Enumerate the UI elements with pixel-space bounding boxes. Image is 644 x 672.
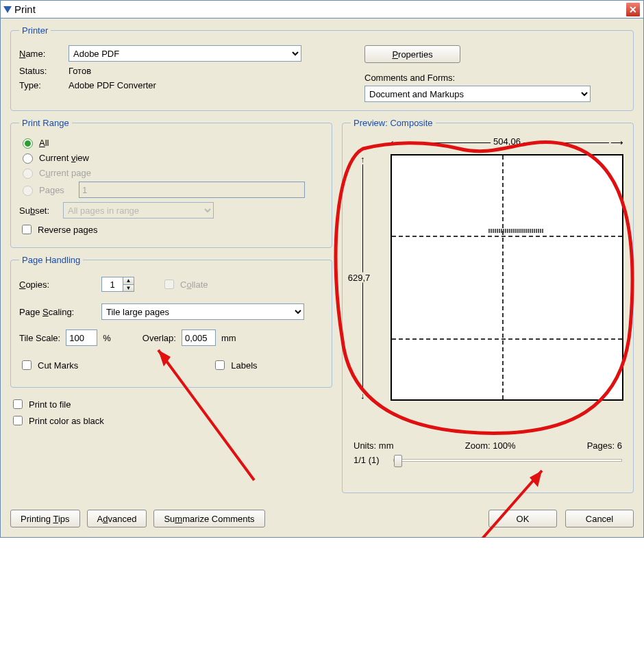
labels-checkbox[interactable] — [215, 360, 225, 370]
units-text: Units: mm — [354, 440, 394, 451]
print-range-group: Print Range All Current view Current pag… — [10, 118, 332, 248]
collate-label: Collate — [180, 279, 208, 290]
arrow-down-icon: ↓ — [360, 390, 365, 401]
advanced-button[interactable]: Advanced — [87, 510, 147, 527]
subset-select: All pages in range — [63, 202, 214, 219]
printer-name-select[interactable]: Adobe PDF — [69, 45, 301, 62]
pages-text: Pages: 6 — [587, 440, 622, 451]
reverse-pages-checkbox[interactable] — [22, 225, 32, 234]
ok-button[interactable]: OK — [488, 510, 557, 527]
copies-label: Copies: — [19, 279, 101, 290]
comments-select[interactable]: Document and Markups — [364, 86, 591, 102]
preview-canvas — [391, 154, 623, 401]
arrow-up-icon: ↑ — [360, 154, 365, 164]
arrow-right-icon: ⟶ — [610, 138, 623, 148]
printer-legend: Printer — [19, 25, 51, 36]
preview-area: ⟵ 504,06 ⟶ ↑ 629,7 ↓ — [351, 134, 625, 435]
name-label: Name: — [19, 49, 69, 59]
dim-width: 504,06 — [491, 136, 523, 147]
range-currentpage-radio — [23, 169, 33, 179]
range-currentpage-label: Current page — [39, 168, 91, 178]
page-handling-group: Page Handling Copies: ▲ ▼ — [10, 255, 332, 388]
dialog-title: Print — [14, 3, 36, 15]
copies-spinner[interactable]: ▲ ▼ — [101, 277, 134, 292]
nav-text: 1/1 (1) — [354, 455, 380, 465]
status-value: Готов — [69, 66, 91, 76]
tilescale-unit: % — [103, 333, 111, 343]
range-currentview-radio[interactable] — [23, 153, 33, 164]
cancel-button[interactable]: Cancel — [565, 510, 634, 527]
preview-legend: Preview: Composite — [351, 118, 436, 128]
overlap-unit: mm — [221, 333, 236, 343]
overlap-input[interactable] — [182, 329, 216, 346]
pin-icon — [3, 6, 12, 13]
cutmarks-label: Cut Marks — [38, 360, 78, 371]
copies-down[interactable]: ▼ — [123, 285, 134, 292]
collate-checkbox — [164, 279, 174, 289]
printer-group: Printer Name: Adobe PDF Status: Готов Ty — [10, 25, 634, 111]
reverse-pages-label: Reverse pages — [38, 225, 97, 235]
print-dialog: Print ✕ Printer Name: Adobe PDF Status: … — [0, 0, 644, 538]
subset-label: Subset: — [19, 206, 63, 216]
range-pages-label: Pages — [39, 185, 75, 195]
range-currentview-label: Current view — [39, 153, 89, 163]
type-label: Type: — [19, 80, 69, 90]
copies-up[interactable]: ▲ — [123, 277, 134, 285]
print-to-file-checkbox[interactable] — [13, 399, 23, 409]
range-all-radio[interactable] — [23, 138, 33, 149]
overlap-label: Overlap: — [143, 333, 176, 343]
preview-group: Preview: Composite ⟵ 504,06 ⟶ ↑ — [342, 118, 634, 493]
type-value: Adobe PDF Converter — [69, 80, 156, 90]
print-black-checkbox[interactable] — [13, 416, 23, 425]
range-legend: Print Range — [19, 118, 72, 128]
properties-button[interactable]: Properties — [364, 45, 460, 63]
status-label: Status: — [19, 66, 69, 76]
scaling-select[interactable]: Tile large pages — [101, 303, 304, 320]
summarize-button[interactable]: Summarize Comments — [153, 510, 264, 527]
print-black-label: Print color as black — [29, 416, 104, 426]
tilescale-input[interactable] — [66, 329, 97, 346]
titlebar: Print ✕ — [1, 1, 643, 18]
zoom-text: Zoom: 100% — [465, 440, 516, 451]
preview-slider[interactable] — [393, 459, 622, 462]
scaling-label: Page Scaling: — [19, 307, 101, 317]
handling-legend: Page Handling — [19, 255, 83, 265]
labels-label: Labels — [231, 360, 257, 371]
comments-label: Comments and Forms: — [364, 73, 625, 83]
range-pages-input — [79, 182, 305, 198]
close-button[interactable]: ✕ — [626, 2, 641, 17]
tilescale-label: Tile Scale: — [19, 333, 60, 343]
range-pages-radio — [23, 186, 33, 196]
cutmarks-checkbox[interactable] — [22, 360, 32, 370]
dim-height: 629,7 — [348, 273, 371, 283]
range-all-label: All — [39, 138, 49, 148]
slider-thumb[interactable] — [394, 455, 402, 467]
printing-tips-button[interactable]: Printing Tips — [10, 510, 80, 527]
print-to-file-label: Print to file — [29, 399, 71, 410]
copies-input[interactable] — [102, 277, 123, 291]
arrow-left-icon: ⟵ — [391, 138, 404, 148]
